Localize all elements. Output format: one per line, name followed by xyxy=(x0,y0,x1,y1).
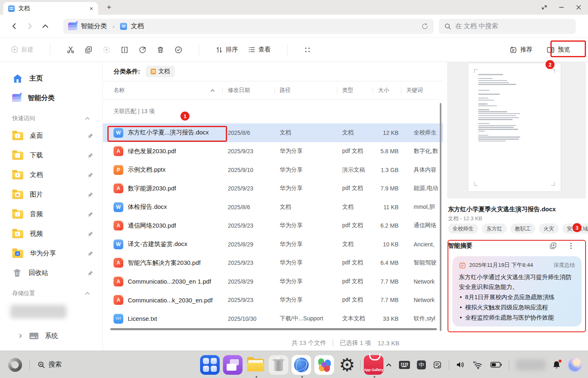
sidebar-folder-item[interactable]: ♪ 音频 xyxy=(0,204,102,224)
sidebar-item-smart-category[interactable]: 智能分类 xyxy=(0,88,102,108)
file-type: pdf 文档 xyxy=(337,148,373,155)
settings-app-icon[interactable]: ⚙ xyxy=(337,355,357,375)
clipboard-icon[interactable] xyxy=(433,360,442,369)
share-icon[interactable] xyxy=(138,46,147,54)
appgallery-app-icon[interactable]: App Gallery xyxy=(364,355,383,375)
file-row[interactable]: W 体检报告.docx 2025/8/6 文档 文档 11 KB mmol,胆 xyxy=(103,198,443,217)
ai-assistant-orb-icon[interactable] xyxy=(568,358,582,372)
file-row[interactable]: W 译文-古建筑鉴赏.docx 2025/8/29 华为分享 文档 10 KB … xyxy=(103,235,443,254)
refresh-icon[interactable] xyxy=(421,22,429,30)
keyword-tag[interactable]: 火灾 xyxy=(539,224,559,234)
sidebar-folder-item[interactable]: ▸ 视频 xyxy=(0,224,102,244)
view-button[interactable]: 查看 xyxy=(248,46,271,54)
sort-button[interactable]: 排序 xyxy=(216,46,238,54)
keyword-tag[interactable]: 东方红 xyxy=(482,224,507,234)
preview-button[interactable]: 预览 xyxy=(546,46,570,54)
keyword-tag[interactable]: 教职工 xyxy=(510,224,535,234)
storage-section-header[interactable]: 存储位置 xyxy=(0,286,102,301)
multitask-app-icon[interactable] xyxy=(223,355,243,375)
file-row[interactable]: A 通信网络2030.pdf 2025/9/23 华为分享 pdf 文档 6.2… xyxy=(103,217,443,235)
recommend-button[interactable]: 推荐 xyxy=(509,46,532,54)
new-tab-button[interactable]: + xyxy=(104,2,114,12)
copy-summary-icon[interactable] xyxy=(549,242,557,250)
tab-close-icon[interactable]: × xyxy=(89,5,93,11)
file-row[interactable]: A 绿色发展2030.pdf 2025/9/23 华为分享 pdf 文档 5.8… xyxy=(103,142,443,161)
file-row[interactable]: A Communicatio...2030_en 1.pdf 2025/8/29… xyxy=(103,272,443,291)
files-app-icon[interactable] xyxy=(246,355,265,375)
summary-more-icon[interactable] xyxy=(570,242,572,249)
back-icon[interactable] xyxy=(11,22,18,30)
file-row[interactable]: A Communicatio...k_2030_en.pdf 2025/9/23… xyxy=(103,291,443,310)
keyword-tag[interactable]: 全校师生 xyxy=(448,224,478,234)
volume-icon[interactable] xyxy=(456,361,465,369)
copy-icon[interactable] xyxy=(85,46,93,54)
minimize-window-icon[interactable] xyxy=(559,4,564,10)
file-row[interactable]: P 示例文档.pptx 2025/9/10 华为分享 演示文稿 1.3 GB 具… xyxy=(103,161,443,179)
pin-icon[interactable] xyxy=(87,251,94,257)
pin-icon[interactable] xyxy=(87,152,94,159)
tray-expand-icon[interactable] xyxy=(385,362,392,368)
launcher-ring-icon[interactable] xyxy=(8,358,22,372)
input-method-icon[interactable]: 中 xyxy=(417,360,426,369)
trash-app-icon[interactable] xyxy=(269,355,288,375)
document-tab-icon xyxy=(8,5,15,12)
file-type-icon: A xyxy=(114,221,123,230)
file-row[interactable]: W 东方红小学夏...演习报告.docx 2025/8/6 文档 文档 12 K… xyxy=(103,123,443,142)
sidebar-folder-item[interactable]: ↓ 下载 xyxy=(0,145,102,165)
tab-documents[interactable]: 文档 × xyxy=(3,2,98,15)
search-input[interactable]: 在 文档 中搜索 xyxy=(439,19,576,34)
more-options-icon[interactable] xyxy=(304,46,311,54)
notifications-bell-icon[interactable] xyxy=(552,360,561,369)
app-launcher-icon[interactable] xyxy=(200,355,220,375)
keyboard-icon[interactable] xyxy=(399,361,410,369)
column-header-date[interactable]: 修改日期 xyxy=(223,81,274,99)
gallery-app-icon[interactable] xyxy=(314,355,334,375)
column-header-path[interactable]: 路径 xyxy=(274,81,337,99)
up-icon[interactable] xyxy=(42,22,49,30)
clock-redacted xyxy=(516,360,546,370)
summary-bullet: 模拟火灾触发四级应急响应流程 xyxy=(459,302,575,313)
document-preview-page[interactable] xyxy=(468,63,561,191)
paste-icon[interactable] xyxy=(102,46,111,54)
select-all-icon[interactable] xyxy=(174,46,183,54)
column-header-name[interactable]: 名称 xyxy=(103,81,223,99)
file-row[interactable]: TXT License.txt 2025/10/30 下载/中...Suppor… xyxy=(103,309,443,328)
pin-icon[interactable] xyxy=(87,172,94,178)
column-header-type[interactable]: 类型 xyxy=(337,81,373,99)
filter-chip-documents[interactable]: 文档 xyxy=(146,66,175,77)
quick-access-section-header[interactable]: 快速访问 xyxy=(0,111,102,126)
column-header-keywords[interactable]: 关键词 xyxy=(401,81,443,99)
browser-app-icon[interactable] xyxy=(292,355,311,375)
sidebar-item-system-drive[interactable]: 系统 xyxy=(0,327,102,344)
sidebar-folder-item[interactable]: ▦ 图片 xyxy=(0,185,102,204)
pin-icon[interactable] xyxy=(87,270,94,276)
pin-icon[interactable] xyxy=(87,192,94,198)
delete-icon[interactable] xyxy=(156,46,165,54)
file-path: 华为分享 xyxy=(274,148,337,155)
close-window-icon[interactable] xyxy=(576,4,581,10)
column-header-size[interactable]: 大小 xyxy=(373,81,401,99)
pin-icon[interactable] xyxy=(87,211,94,217)
breadcrumb-smart-category[interactable]: 智能分类 xyxy=(68,22,107,31)
rename-icon[interactable] xyxy=(120,46,129,54)
sidebar-folder-item[interactable]: ▪ 桌面 xyxy=(0,126,102,145)
search-placeholder: 在 文档 中搜索 xyxy=(455,22,498,31)
dock-search-button[interactable]: 搜索 xyxy=(37,360,62,369)
forward-icon[interactable] xyxy=(26,22,33,30)
battery-icon[interactable] xyxy=(490,362,502,368)
new-button[interactable]: 新建 xyxy=(11,46,33,54)
restore-window-icon[interactable] xyxy=(541,4,547,10)
file-row[interactable]: A 数字能源2030.pdf 2025/9/23 华为分享 pdf 文档 7.9… xyxy=(103,179,443,198)
pin-icon[interactable] xyxy=(87,231,94,237)
sidebar-folder-item[interactable]: ≡ 文档 xyxy=(0,165,102,185)
wifi-icon[interactable]: 6+ xyxy=(472,360,483,369)
pin-icon[interactable] xyxy=(87,133,94,139)
horizontal-scrollbar[interactable] xyxy=(110,328,437,330)
file-row[interactable]: A 智能汽车解决方案2030.pdf 2025/9/23 华为分享 pdf 文档… xyxy=(103,254,443,273)
breadcrumb-documents[interactable]: 文档 xyxy=(120,22,144,31)
cut-icon[interactable] xyxy=(67,46,75,54)
vertical-scrollbar[interactable] xyxy=(440,103,441,331)
sidebar-item-home[interactable]: 主页 xyxy=(0,69,102,88)
sidebar-folder-item[interactable]: ⇄ 华为分享 xyxy=(0,244,102,263)
sidebar-item-recycle-bin[interactable]: 回收站 xyxy=(0,263,102,283)
